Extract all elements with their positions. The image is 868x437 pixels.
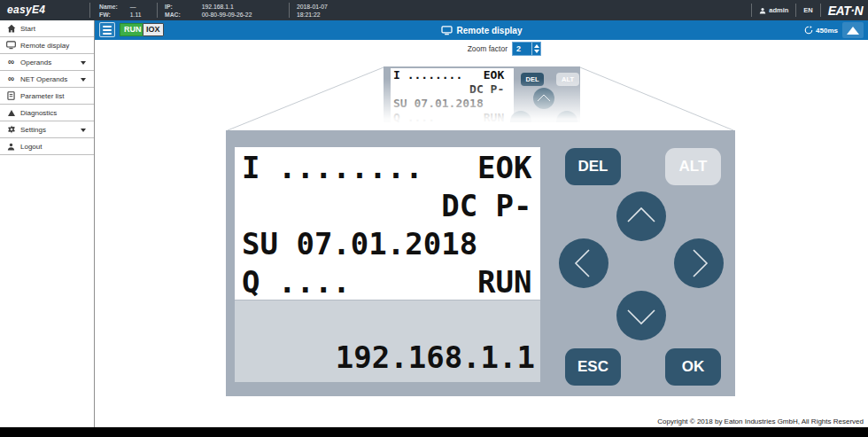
easyE4-logo: easyE4 (7, 4, 45, 16)
user-icon (759, 7, 766, 14)
preview-right-key (556, 111, 577, 122)
logout-user-icon (5, 143, 17, 151)
lcd-line-date: SU 07.01.2018 (242, 225, 540, 263)
chevron-down-icon (81, 61, 86, 65)
document-icon (5, 91, 17, 100)
sidebar-item-logout[interactable]: Logout (0, 138, 94, 155)
sidebar-item-label: Parameter list (20, 92, 64, 100)
menu-toggle-button[interactable] (99, 22, 115, 37)
fw-label: FW: (99, 11, 118, 19)
sidebar-item-remote-display[interactable]: Remote display (0, 37, 94, 54)
operands-icon: ∞ (5, 58, 17, 66)
arrow-up-key-button[interactable] (616, 191, 666, 241)
user-menu[interactable]: admin (759, 6, 788, 14)
chevron-down-icon (616, 291, 666, 340)
arrow-right-key-button[interactable] (674, 238, 724, 288)
display-preview-thumbnail: I ........ EOK DC P- SU 07.01.2018 Q ...… (384, 66, 580, 122)
preview-left-key (510, 111, 531, 122)
spinner-up-icon[interactable] (534, 44, 539, 48)
refresh-interval-icon (804, 26, 813, 35)
lcd-ip-address: 192.168.1.1 (235, 300, 540, 373)
home-icon (5, 24, 17, 33)
collapse-toolbar-button[interactable] (842, 22, 864, 38)
preview-lcd-line: I ........ EOK (391, 68, 514, 82)
zoom-factor-input[interactable]: 2 (512, 42, 541, 56)
warning-triangle-icon (5, 110, 17, 116)
sidebar-item-label: Start (20, 25, 35, 33)
ok-key-button[interactable]: OK (665, 348, 721, 386)
name-value: — (130, 3, 142, 11)
ip-value: 192.168.1.1 (202, 3, 252, 11)
sidebar-item-start[interactable]: Start (0, 20, 94, 37)
divider (751, 4, 752, 17)
arrow-down-key-button[interactable] (616, 291, 666, 340)
mac-label: MAC: (165, 11, 181, 19)
sidebar-item-net-operands[interactable]: ∞ NET Operands (0, 71, 94, 88)
name-label: Name: (99, 3, 118, 11)
sidebar-item-label: Operands (20, 59, 51, 66)
lcd-line-outputs: Q .... RUN (242, 263, 540, 301)
arrow-left-key-button[interactable] (559, 238, 608, 288)
sidebar-item-label: Settings (20, 126, 46, 134)
lcd-line-power: DC P- (242, 187, 540, 225)
sidebar-nav: Start Remote display ∞ Operands ∞ NET Op… (0, 20, 95, 427)
time-value: 18:21:22 (297, 11, 328, 19)
lcd-line-inputs: I ........ EOK (242, 149, 540, 187)
user-name: admin (769, 6, 788, 14)
zoom-factor-spinner (531, 43, 540, 55)
sidebar-item-label: Logout (20, 143, 42, 151)
sidebar-item-settings[interactable]: Settings (0, 121, 94, 138)
sidebar-item-diagnostics[interactable]: Diagnostics (0, 105, 94, 121)
page-title: Remote display (457, 26, 523, 35)
easyE4-web-app: easyE4 Name: — FW: 1.11 IP: 192.168.1.1 … (0, 0, 868, 437)
alt-key-button[interactable]: ALT (665, 148, 721, 185)
monitor-icon (441, 26, 453, 35)
refresh-interval-value: 450ms (816, 27, 838, 35)
chevron-down-icon (81, 129, 86, 132)
topbar: easyE4 Name: — FW: 1.11 IP: 192.168.1.1 … (0, 0, 868, 20)
sidebar-item-parameter-list[interactable]: Parameter list (0, 88, 94, 105)
remote-display-panel: I ........ EOK DC P- SU 07.01.2018 Q ...… (226, 130, 735, 396)
datetime-info: 2018-01-07 18:21:22 (297, 3, 328, 19)
sidebar-item-label: Diagnostics (20, 109, 57, 117)
preview-del-key: DEL (521, 73, 544, 86)
preview-lcd-line: Q .... RUN (391, 111, 514, 122)
iox-status-badge: IOX (143, 23, 164, 36)
spinner-down-icon[interactable] (534, 50, 539, 53)
net-operands-icon: ∞ (5, 74, 17, 83)
divider (820, 4, 821, 17)
copyright-text: Copyright © 2018 by Eaton Industries Gmb… (657, 417, 864, 425)
gear-icon (5, 125, 17, 134)
del-key-button[interactable]: DEL (565, 148, 621, 185)
sidebar-item-label: NET Operands (20, 75, 67, 83)
preview-lcd: I ........ EOK DC P- SU 07.01.2018 Q ...… (391, 68, 514, 122)
preview-up-key (533, 88, 554, 109)
monitor-icon (5, 41, 17, 50)
preview-alt-key: ALT (556, 73, 579, 86)
date-value: 2018-01-07 (297, 3, 328, 11)
toolbar: RUN IOX Remote display 450ms (95, 20, 868, 40)
triangle-up-icon (847, 27, 859, 35)
ip-mac-info: IP: 192.168.1.1 MAC: 00-80-99-09-26-22 (165, 3, 252, 19)
divider (157, 3, 158, 18)
footer-bar (0, 427, 868, 437)
chevron-down-icon (81, 78, 86, 82)
device-lcd-screen: I ........ EOK DC P- SU 07.01.2018 Q ...… (235, 147, 540, 382)
zoom-factor-value: 2 (513, 43, 531, 55)
divider (289, 3, 290, 18)
fw-value: 1.11 (130, 11, 142, 19)
chevron-up-icon (616, 191, 666, 241)
divider (795, 4, 796, 17)
language-selector[interactable]: EN (803, 6, 812, 14)
lcd-status-area: 192.168.1.1 (235, 300, 540, 382)
preview-lcd-line: SU 07.01.2018 (391, 97, 514, 111)
divider (89, 3, 90, 18)
sidebar-item-label: Remote display (20, 42, 69, 50)
mac-value: 00-80-99-09-26-22 (202, 11, 252, 19)
chevron-right-icon (674, 238, 724, 288)
eaton-logo: EAT·N (828, 4, 863, 18)
chevron-left-icon (559, 238, 608, 288)
sidebar-item-operands[interactable]: ∞ Operands (0, 54, 94, 71)
esc-key-button[interactable]: ESC (565, 348, 621, 386)
device-name-fw-info: Name: — FW: 1.11 (99, 3, 142, 19)
